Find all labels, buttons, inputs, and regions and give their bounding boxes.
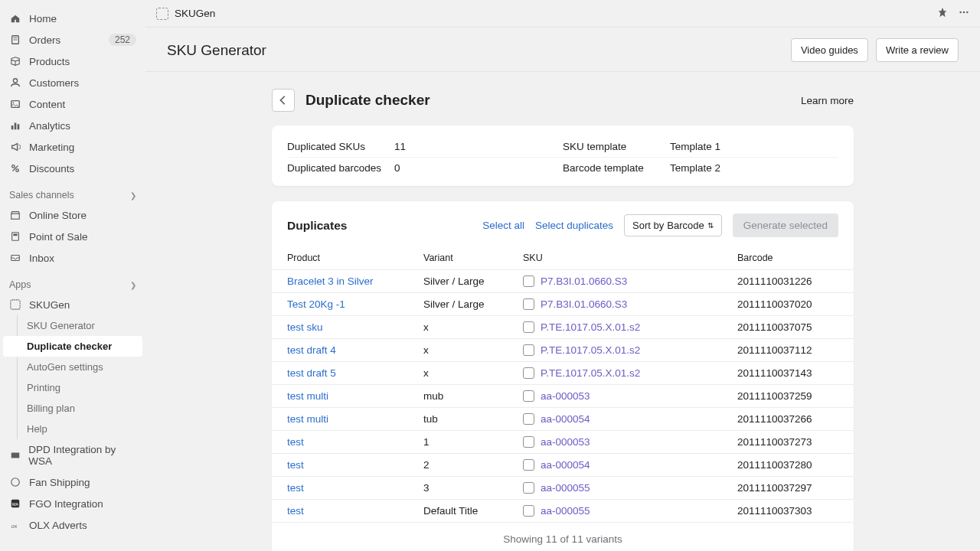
product-link[interactable]: test multi (287, 413, 328, 425)
sub-sku-generator[interactable]: SKU Generator (0, 315, 145, 336)
row-checkbox[interactable] (523, 436, 534, 448)
product-link[interactable]: test (287, 482, 304, 494)
col-barcode: Barcode (731, 248, 854, 270)
row-checkbox[interactable] (523, 413, 534, 425)
orders-icon (9, 34, 21, 46)
app-label: FGO Integration (29, 498, 103, 510)
sku-link[interactable]: aa-000055 (541, 505, 590, 517)
nav-customers[interactable]: Customers (0, 72, 145, 93)
row-checkbox[interactable] (523, 276, 534, 287)
sku-link[interactable]: aa-000053 (541, 436, 590, 448)
table-row: test multi tub aa-000054 2011110037266 (272, 408, 854, 431)
discounts-icon (9, 162, 21, 174)
marketing-icon (9, 141, 21, 153)
channel-online-store[interactable]: Online Store (0, 204, 145, 226)
app-fan-shipping[interactable]: Fan Shipping (0, 471, 145, 493)
pin-icon[interactable] (937, 7, 948, 20)
chevron-right-icon: ❯ (130, 281, 136, 289)
sub-billing-plan[interactable]: Billing plan (0, 398, 145, 419)
dpd-icon (9, 449, 21, 461)
showing-text: Showing 11 of 11 variants (272, 523, 854, 551)
back-button[interactable] (272, 89, 295, 112)
barcode-cell: 2011110037075 (731, 316, 854, 339)
variant-cell: Default Title (417, 500, 517, 523)
product-link[interactable]: test (287, 505, 304, 517)
learn-more-link[interactable]: Learn more (801, 95, 854, 106)
arrow-left-icon (278, 95, 289, 106)
nav-label: Marketing (29, 142, 74, 153)
app-skugen[interactable]: SKUGen (0, 294, 145, 315)
row-checkbox[interactable] (523, 367, 534, 379)
nav-badge: 252 (109, 34, 136, 46)
table-row: test 3 aa-000055 2011110037297 (272, 477, 854, 500)
product-link[interactable]: test draft 5 (287, 367, 336, 379)
more-icon[interactable] (959, 7, 969, 20)
table-row: test draft 4 x P.TE.1017.05.X.01.s2 2011… (272, 339, 854, 362)
sku-link[interactable]: P7.B3I.01.0660.S3 (541, 276, 627, 287)
table-row: test 1 aa-000053 2011110037273 (272, 431, 854, 454)
nav-discounts[interactable]: Discounts (0, 158, 145, 179)
product-link[interactable]: Bracelet 3 in Silver (287, 276, 374, 287)
sub-autogen-settings[interactable]: AutoGen settings (0, 357, 145, 377)
sku-link[interactable]: P.TE.1017.05.X.01.s2 (541, 367, 640, 379)
app-olx-adverts[interactable]: oxOLX Adverts (0, 514, 145, 536)
row-checkbox[interactable] (523, 321, 534, 333)
nav-analytics[interactable]: Analytics (0, 115, 145, 136)
nav-marketing[interactable]: Marketing (0, 136, 145, 158)
row-checkbox[interactable] (523, 344, 534, 356)
product-link[interactable]: test (287, 436, 304, 448)
content-icon (9, 98, 21, 110)
sku-link[interactable]: aa-000053 (541, 390, 590, 402)
summary-value: 0 (394, 162, 400, 174)
sku-link[interactable]: aa-000054 (541, 459, 590, 471)
duplicates-table: Product Variant SKU Barcode Bracelet 3 i… (272, 248, 854, 523)
table-row: test sku x P.TE.1017.05.X.01.s2 20111100… (272, 316, 854, 339)
sub-duplicate-checker[interactable]: Duplicate checker (3, 336, 142, 357)
nav-products[interactable]: Products (0, 51, 145, 72)
fan-icon (9, 476, 21, 488)
sku-link[interactable]: P7.B3I.01.0660.S3 (541, 298, 627, 310)
sub-printing[interactable]: Printing (0, 377, 145, 398)
row-checkbox[interactable] (523, 390, 534, 402)
channel-inbox[interactable]: Inbox (0, 247, 145, 269)
select-all-link[interactable]: Select all (482, 220, 524, 231)
app-fgo-integration[interactable]: WAFGO Integration (0, 493, 145, 514)
select-duplicates-link[interactable]: Select duplicates (535, 220, 613, 231)
row-checkbox[interactable] (523, 298, 534, 310)
sku-link[interactable]: aa-000055 (541, 482, 590, 494)
sku-link[interactable]: aa-000054 (541, 413, 590, 425)
nav-label: Products (29, 56, 70, 67)
write-review-button[interactable]: Write a review (876, 38, 959, 62)
variant-cell: Silver / Large (417, 270, 517, 293)
summary-value: Template 2 (670, 162, 720, 174)
fgo-icon: WA (9, 497, 21, 510)
app-dpd-integration-by-wsa[interactable]: DPD Integration by WSA (0, 439, 145, 471)
video-guides-button[interactable]: Video guides (791, 38, 868, 62)
product-link[interactable]: Test 20Kg -1 (287, 298, 345, 310)
table-row: Test 20Kg -1 Silver / Large P7.B3I.01.06… (272, 293, 854, 316)
header: SKU Generator Video guides Write a revie… (145, 28, 980, 72)
svg-line-11 (13, 166, 18, 171)
row-checkbox[interactable] (523, 482, 534, 494)
product-link[interactable]: test multi (287, 390, 328, 402)
nav-content[interactable]: Content (0, 93, 145, 115)
row-checkbox[interactable] (523, 459, 534, 471)
summary-label: SKU template (563, 141, 670, 152)
sku-link[interactable]: P.TE.1017.05.X.01.s2 (541, 344, 640, 356)
row-checkbox[interactable] (523, 505, 534, 517)
col-sku: SKU (517, 248, 731, 270)
channel-label: Online Store (29, 210, 87, 221)
nav-orders[interactable]: Orders252 (0, 29, 145, 51)
summary-card: Duplicated SKUs11Duplicated barcodes0 SK… (272, 126, 854, 186)
generate-selected-button[interactable]: Generate selected (733, 214, 838, 237)
sku-link[interactable]: P.TE.1017.05.X.01.s2 (541, 321, 640, 333)
nav-home[interactable]: Home (0, 8, 145, 29)
product-link[interactable]: test draft 4 (287, 344, 336, 356)
product-link[interactable]: test (287, 459, 304, 471)
sub-help[interactable]: Help (0, 419, 145, 439)
sort-value: Barcode (667, 220, 704, 231)
channel-point-of-sale[interactable]: Point of Sale (0, 226, 145, 247)
sort-button[interactable]: Sort by Barcode ⇅ (624, 214, 722, 236)
product-link[interactable]: test sku (287, 321, 323, 333)
sort-icon: ⇅ (707, 221, 714, 230)
